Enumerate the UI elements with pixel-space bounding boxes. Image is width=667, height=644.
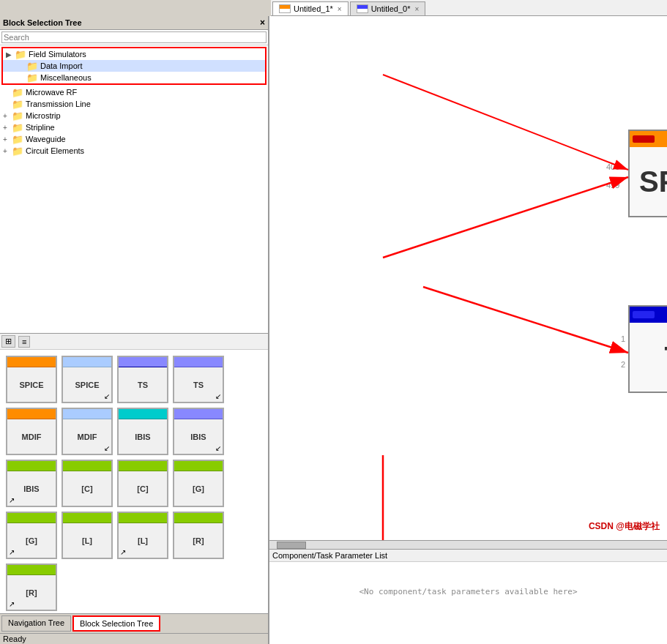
tree-item-microwave-rf[interactable]: 📁 Microwave RF xyxy=(0,86,268,98)
tree-item-stripline[interactable]: + 📁 Stripline xyxy=(0,121,268,133)
block-c-2[interactable]: [C] xyxy=(117,460,168,507)
spice-port-499: 499 xyxy=(606,181,619,190)
block-spice-1[interactable]: SPICE xyxy=(6,356,57,403)
tree-label-microwave-rf: Microwave RF xyxy=(26,88,77,97)
spice-canvas-component[interactable]: SPICE xyxy=(628,130,667,217)
block-header-ibis-1 xyxy=(119,409,167,419)
block-header-ibis-2 xyxy=(174,409,223,419)
expand-circuit-elements: + xyxy=(3,147,12,155)
block-spice-2[interactable]: SPICE ↙ xyxy=(62,356,113,403)
block-header-c-2 xyxy=(119,461,167,471)
ts-header-dot xyxy=(633,311,655,318)
spice-header-dot xyxy=(633,135,655,143)
block-selection-tab[interactable]: Block Selection Tree xyxy=(72,615,160,632)
block-c-1[interactable]: [C] xyxy=(62,460,113,507)
block-body-c-1: [C] xyxy=(63,471,111,506)
block-body-ibis-1: IBIS xyxy=(119,419,167,454)
folder-icon-circuit-elements: 📁 xyxy=(12,146,23,156)
tab-untitled0[interactable]: Untitled_0* × xyxy=(350,1,426,15)
tree-item-transmission-line[interactable]: 📁 Transmission Line xyxy=(0,98,268,110)
folder-icon-transmission-line: 📁 xyxy=(12,99,23,109)
folder-icon-data-import: 📁 xyxy=(26,61,38,71)
tab-untitled1[interactable]: Untitled_1* × xyxy=(272,1,349,15)
ts-comp-body: TS xyxy=(630,323,667,392)
block-body-l-1: [L] xyxy=(63,523,111,558)
block-mdif-2[interactable]: MDIF ↙ xyxy=(62,408,113,455)
param-list-content: <No component/task parameters available … xyxy=(269,562,667,621)
svg-line-2 xyxy=(383,177,628,258)
expand-waveguide: + xyxy=(3,135,12,143)
block-g-1[interactable]: [G] xyxy=(173,460,224,507)
expand-microstrip: + xyxy=(3,112,12,120)
list-view-btn[interactable]: ≡ xyxy=(18,336,30,348)
bottom-tabs: Navigation Tree Block Selection Tree xyxy=(0,613,268,633)
block-body-spice-1: SPICE xyxy=(7,367,56,402)
left-panel-close-btn[interactable]: × xyxy=(260,18,265,28)
tree-label-field-sim: Field Simulators xyxy=(29,50,86,59)
block-ibis-2[interactable]: IBIS ↙ xyxy=(173,408,224,455)
block-body-r-1: [R] xyxy=(174,523,223,558)
app-container: Untitled_1* × Untitled_0* × Block Select… xyxy=(0,0,667,644)
grid-view-btn[interactable]: ⊞ xyxy=(1,335,15,348)
canvas-scrollbar[interactable] xyxy=(269,540,667,549)
tab-untitled0-label: Untitled_0* xyxy=(371,4,411,13)
spice-port-400: 400 xyxy=(606,162,619,171)
search-input[interactable] xyxy=(1,31,267,43)
tree-item-data-import[interactable]: 📁 Data Import xyxy=(3,60,265,72)
tree-item-waveguide[interactable]: + 📁 Waveguide xyxy=(0,133,268,145)
block-l-2[interactable]: [L] ↗ xyxy=(117,512,168,559)
tree-item-microstrip[interactable]: + 📁 Microstrip xyxy=(0,110,268,121)
block-body-c-2: [C] xyxy=(119,471,167,506)
block-header-r-1 xyxy=(174,513,223,523)
arrow-ibis-3: ↗ xyxy=(9,496,15,504)
block-header-r-2 xyxy=(7,565,56,575)
nav-tree-tab-label: Navigation Tree xyxy=(8,618,64,627)
block-header-ts-2 xyxy=(174,357,223,367)
block-l-1[interactable]: [L] xyxy=(62,512,113,559)
watermark: CSDN @电磁学社 xyxy=(589,520,660,533)
ts-port-2: 2 xyxy=(621,360,625,369)
tree-label-data-import: Data Import xyxy=(40,61,82,70)
ts-port-1: 1 xyxy=(621,334,625,343)
tree-item-field-sim[interactable]: ▶ 📁 Field Simulators xyxy=(3,48,265,60)
scrollbar-thumb[interactable] xyxy=(277,542,306,549)
block-ibis-3[interactable]: IBIS ↗ xyxy=(6,460,57,507)
block-r-1[interactable]: [R] xyxy=(173,512,224,559)
ts-canvas-component[interactable]: TS xyxy=(628,305,667,393)
expand-field-sim: ▶ xyxy=(6,50,15,59)
tab-untitled1-label: Untitled_1* xyxy=(294,4,333,13)
folder-icon-miscellaneous: 📁 xyxy=(26,72,38,83)
arrow-mdif-2: ↙ xyxy=(104,444,110,452)
tree-item-miscellaneous[interactable]: 📁 Miscellaneous xyxy=(3,72,265,83)
folder-icon-microwave-rf: 📁 xyxy=(12,87,23,97)
block-mdif-1[interactable]: MDIF xyxy=(6,408,57,455)
spice-component-wrapper: 400 500 499 599 SPICE DLMONSN900HY2 xyxy=(628,130,667,225)
tree-item-circuit-elements[interactable]: + 📁 Circuit Elements xyxy=(0,145,268,157)
tab-untitled0-close[interactable]: × xyxy=(415,5,420,13)
block-body-g-1: [G] xyxy=(174,471,223,506)
folder-icon-waveguide: 📁 xyxy=(12,134,23,144)
block-r-2[interactable]: [R] ↗ xyxy=(6,564,57,611)
tree-label-miscellaneous: Miscellaneous xyxy=(40,73,92,82)
block-ts-2[interactable]: TS ↙ xyxy=(173,356,224,403)
tree-area[interactable]: ▶ 📁 Field Simulators 📁 Data Import 📁 Mis… xyxy=(0,45,268,334)
tree-label-transmission-line: Transmission Line xyxy=(26,100,91,108)
arrow-l-2: ↗ xyxy=(120,548,126,556)
tab-untitled1-close[interactable]: × xyxy=(338,5,342,13)
arrow-ts-2: ↙ xyxy=(215,392,221,400)
block-header-l-1 xyxy=(63,513,111,523)
arrow-ibis-2: ↙ xyxy=(215,444,221,452)
block-selection-tab-label: Block Selection Tree xyxy=(80,619,153,628)
spice-tab-icon xyxy=(279,4,291,13)
param-list-empty-msg: <No component/task parameters available … xyxy=(359,587,577,596)
canvas-area[interactable]: 400 500 499 599 SPICE DLMONSN900HY2 xyxy=(269,16,667,540)
block-body-ts-1: TS xyxy=(119,367,167,402)
content-area: Block Selection Tree × ▶ 📁 Field Simulat… xyxy=(0,16,667,644)
block-header-ibis-3 xyxy=(7,461,56,471)
tree-label-waveguide: Waveguide xyxy=(26,135,66,143)
block-ts-1[interactable]: TS xyxy=(117,356,168,403)
block-ibis-1[interactable]: IBIS xyxy=(117,408,168,455)
block-header-spice-2 xyxy=(63,357,111,367)
nav-tree-tab[interactable]: Navigation Tree xyxy=(1,615,71,632)
block-g-2[interactable]: [G] ↗ xyxy=(6,512,57,559)
